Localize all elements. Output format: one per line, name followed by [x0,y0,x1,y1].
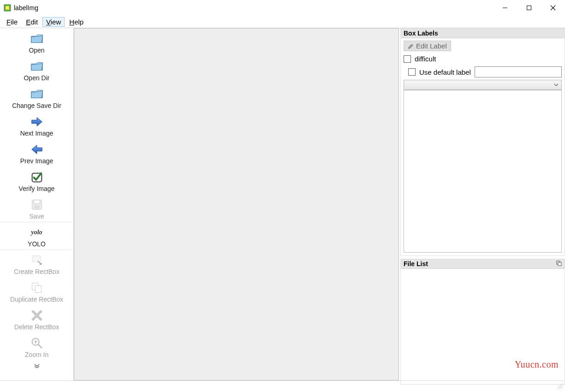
window-title: labelImg [14,4,38,12]
dock-icon[interactable] [556,260,562,267]
resize-grip-icon[interactable] [557,383,563,391]
duplicate-rectbox-button: Duplicate RectBox [0,277,73,305]
yolo-icon: yolo [31,229,42,236]
edit-label-button[interactable]: Edit Label [404,41,451,51]
panel-title-box-labels: Box Labels [404,30,438,37]
toolbar-label: Delete RectBox [14,323,59,331]
use-default-label-checkbox[interactable]: Use default label [408,68,471,76]
canvas[interactable] [74,28,399,380]
svg-rect-12 [527,6,531,10]
window-controls [493,0,565,16]
svg-rect-11 [6,6,9,10]
watermark: Yuucn.com [515,359,559,370]
menu-help[interactable]: Help [65,17,87,27]
menubar: File Edit View Help [0,16,565,28]
app-icon [4,4,11,12]
checkbox-icon [404,55,411,63]
folder-icon [30,59,44,73]
delete-rectbox-button: Delete RectBox [0,305,73,333]
default-label-input[interactable] [475,66,562,77]
label-dropdown[interactable] [404,80,562,90]
open-dir-button[interactable]: Open Dir [0,56,73,83]
toolbar-label: Verify Image [19,185,55,192]
verify-image-button[interactable]: Verify Image [0,166,73,194]
rect-icon [30,253,44,267]
arrow-l-icon [30,143,44,156]
folder-icon [30,87,44,101]
maximize-button[interactable] [517,0,541,16]
toolbar-label: Prev Image [20,157,54,165]
toolbar-label: Open [29,47,44,54]
toolbar-label: Open Dir [24,74,49,82]
menu-view[interactable]: View [42,17,65,27]
label-listbox[interactable] [404,90,562,253]
yolo-button[interactable]: yoloYOLO [0,222,73,249]
checkbox-icon [408,68,416,76]
check-icon [30,170,44,184]
change-save-dir-button[interactable]: Change Save Dir [0,83,73,111]
create-rectbox-button: Create RectBox [0,249,73,277]
panel-box-labels: Box Labels Edit Label difficult Use defa… [400,28,565,256]
left-toolbar: OpenOpen DirChange Save DirNext ImagePre… [0,28,74,380]
open-button[interactable]: Open [0,28,73,56]
menu-file[interactable]: File [3,17,21,27]
statusbar [0,380,565,392]
toolbar-overflow-icon[interactable] [0,360,73,369]
toolbar-label: Zoom In [25,351,48,358]
save-icon [30,198,44,212]
toolbar-label: Change Save Dir [12,102,61,109]
folder-icon [30,32,44,46]
titlebar: labelImg [0,0,565,16]
panel-title-file-list: File List [404,260,428,267]
next-image-button[interactable]: Next Image [0,111,73,139]
prev-image-button[interactable]: Prev Image [0,139,73,166]
save-button: Save [0,194,73,222]
zoom-in-button: Zoom In [0,333,73,360]
arrow-r-icon [30,115,44,129]
toolbar-label: Duplicate RectBox [10,296,63,303]
close-button[interactable] [541,0,565,16]
menu-edit[interactable]: Edit [22,17,42,27]
dup-icon [30,281,44,295]
toolbar-label: YOLO [28,240,46,248]
difficult-checkbox[interactable]: difficult [404,55,562,63]
toolbar-label: Create RectBox [14,268,59,275]
toolbar-label: Save [30,213,44,220]
zoom-icon [30,336,44,350]
delete-icon [30,309,44,322]
toolbar-label: Next Image [20,130,54,137]
minimize-button[interactable] [493,0,517,16]
